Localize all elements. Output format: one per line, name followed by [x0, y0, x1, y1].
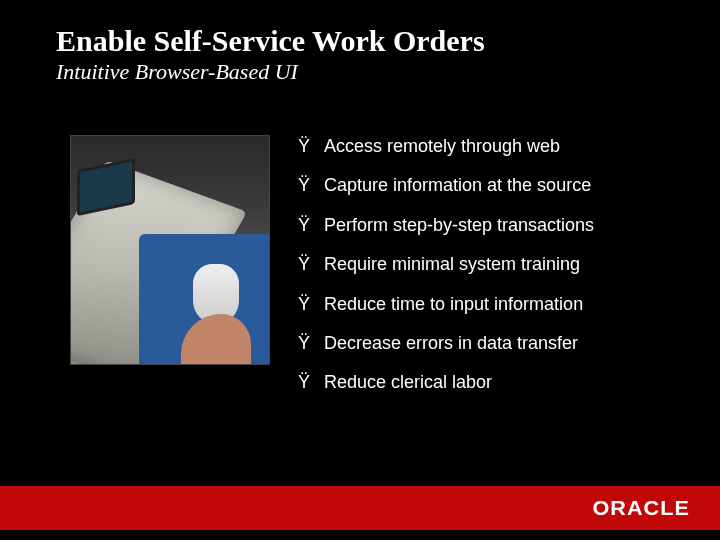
bullet-text: Perform step-by-step transactions: [324, 214, 594, 237]
title-area: Enable Self-Service Work Orders Intuitiv…: [0, 0, 720, 85]
footer-bottom-strip: [0, 530, 720, 540]
bullet-item: ŸAccess remotely through web: [298, 135, 690, 158]
bullet-text: Reduce clerical labor: [324, 371, 492, 394]
bullet-text: Capture information at the source: [324, 174, 591, 197]
bullet-item: ŸReduce time to input information: [298, 293, 690, 316]
bullet-item: ŸReduce clerical labor: [298, 371, 690, 394]
footer-bar: ORACLE: [0, 486, 720, 530]
bullet-item: ŸPerform step-by-step transactions: [298, 214, 690, 237]
bullet-text: Require minimal system training: [324, 253, 580, 276]
bullet-text: Decrease errors in data transfer: [324, 332, 578, 355]
illustration-computer-mouse: [70, 135, 270, 365]
bullet-list: ŸAccess remotely through webŸCapture inf…: [298, 135, 690, 411]
bullet-icon: Ÿ: [298, 371, 324, 394]
slide-title: Enable Self-Service Work Orders: [56, 24, 680, 57]
bullet-text: Access remotely through web: [324, 135, 560, 158]
content-area: ŸAccess remotely through webŸCapture inf…: [0, 85, 720, 411]
bullet-item: ŸCapture information at the source: [298, 174, 690, 197]
bullet-text: Reduce time to input information: [324, 293, 583, 316]
bullet-icon: Ÿ: [298, 332, 324, 355]
slide-subtitle: Intuitive Browser-Based UI: [56, 59, 680, 85]
bullet-icon: Ÿ: [298, 253, 324, 276]
bullet-icon: Ÿ: [298, 135, 324, 158]
bullet-item: ŸDecrease errors in data transfer: [298, 332, 690, 355]
bullet-icon: Ÿ: [298, 293, 324, 316]
oracle-logo: ORACLE: [592, 497, 690, 520]
bullet-item: ŸRequire minimal system training: [298, 253, 690, 276]
bullet-icon: Ÿ: [298, 174, 324, 197]
bullet-icon: Ÿ: [298, 214, 324, 237]
